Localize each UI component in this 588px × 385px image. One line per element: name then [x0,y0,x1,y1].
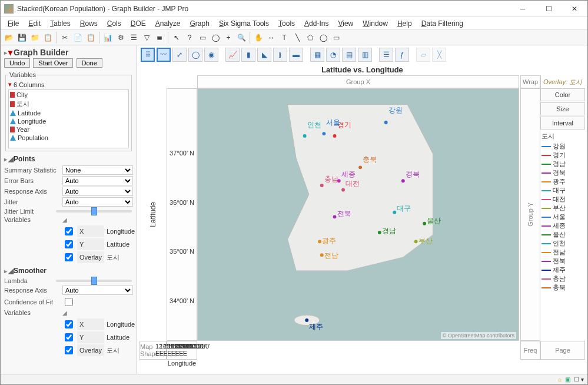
legend-item[interactable]: 경북 [542,168,584,177]
legend-item[interactable]: 인천 [542,239,584,248]
home-icon[interactable]: ⌂ [558,376,562,383]
jitter-limit-slider[interactable] [56,210,132,213]
menu-view[interactable]: View [333,18,358,29]
close-button[interactable]: ✕ [562,1,587,17]
shape-icon[interactable]: ◯ [317,32,329,44]
polygon-icon[interactable]: ⬠ [304,32,316,44]
script-icon[interactable]: ≣ [154,32,165,44]
summary-select[interactable]: None [62,165,133,175]
y-axis[interactable]: 34°00' N35°00' N36°00' N37°00' N [167,88,197,341]
lambda-slider[interactable] [56,280,132,282]
maximize-button[interactable]: ☐ [536,1,562,17]
response-axis-select[interactable]: Auto [62,187,133,196]
menu-data-filtering[interactable]: Data Filtering [417,18,468,29]
legend-item[interactable]: 전북 [542,257,584,265]
menu-analyze[interactable]: Analyze [151,18,185,29]
caption-tool-icon[interactable]: ☰ [379,48,393,62]
legend-item[interactable]: 충남 [542,274,584,283]
points-tool-icon[interactable]: ⠿ [141,48,155,62]
menu-six-sigma-tools[interactable]: Six Sigma Tools [214,18,274,29]
columns-list[interactable]: City도시LatitudeLongitudeYearPopulation [8,89,129,148]
menu-add-ins[interactable]: Add-Ins [300,18,333,29]
error-bars-select[interactable]: Auto [62,176,133,185]
zoom-icon[interactable]: 🔍 [235,32,247,44]
column-Latitude[interactable]: Latitude [10,109,127,117]
menu-tools[interactable]: Tools [274,18,300,29]
legend-item[interactable]: 부산 [542,204,584,213]
column-도시[interactable]: 도시 [10,99,127,109]
column-City[interactable]: City [10,91,127,99]
done-button[interactable]: Done [77,58,102,68]
print-icon[interactable]: 📋 [42,32,54,44]
options-icon[interactable]: ☐ ▾ [574,376,584,383]
ellipse-tool-icon[interactable]: ◯ [188,48,202,62]
legend-item[interactable]: 전남 [542,248,584,257]
boxplot-tool-icon[interactable]: ⫿ [273,48,287,62]
crosshair-icon[interactable]: + [222,32,234,44]
heatmap-tool-icon[interactable]: ▦ [310,48,324,62]
platform-icon[interactable]: ⚙ [115,32,127,44]
legend-item[interactable]: 세종 [542,221,584,230]
legend-item[interactable]: 경기 [542,151,584,160]
legend-item[interactable]: 울산 [542,230,584,239]
menu-cols[interactable]: Cols [102,18,126,29]
project-icon[interactable]: ▣ [565,376,570,383]
var-check-Overlay[interactable] [65,346,73,354]
columns-disclosure-icon[interactable]: ▾ [8,81,12,88]
menu-window[interactable]: Window [358,18,393,29]
menu-rows[interactable]: Rows [75,18,102,29]
funnel-icon[interactable]: ▽ [141,32,152,44]
overlay-dropzone[interactable]: Overlay: 도시 [540,75,585,88]
wrap-dropzone[interactable]: Wrap [520,75,540,88]
undo-button[interactable]: Undo [4,58,30,68]
var-check-Y[interactable] [65,240,73,248]
start-over-button[interactable]: Start Over [33,58,73,68]
arrow-icon[interactable]: ↖ [171,32,182,44]
jitter-select[interactable]: Auto [62,197,133,207]
var-check-Y[interactable] [65,333,73,341]
scroll-icon[interactable]: ↔ [265,32,277,44]
chart-icon[interactable]: 📊 [102,32,114,44]
disclosure-icon[interactable]: ▸ [4,49,7,56]
mosaic-tool-icon[interactable]: ▥ [358,48,372,62]
area-tool-icon[interactable]: ◣ [257,48,271,62]
minimize-button[interactable]: ─ [510,1,536,17]
legend-item[interactable]: 서울 [542,213,584,221]
column-Year[interactable]: Year [10,125,127,134]
cut-icon[interactable]: ✂ [59,32,71,44]
roles-icon[interactable]: ☰ [128,32,139,44]
menu-doe[interactable]: DOE [126,18,151,29]
color-button[interactable]: Color [540,88,585,101]
legend-item[interactable]: 광주 [542,177,584,186]
mapshape-tool-icon[interactable]: ▱ [416,48,430,62]
copy-icon[interactable]: 📄 [72,32,84,44]
menu-tables[interactable]: Tables [45,18,75,29]
brush-icon[interactable]: ▭ [197,32,208,44]
save-icon[interactable]: 💾 [16,32,28,44]
line-tool-icon[interactable]: 📈 [225,48,240,62]
parallel-tool-icon[interactable]: ╳ [432,48,446,62]
treemap-tool-icon[interactable]: ▤ [342,48,356,62]
legend-item[interactable]: 대구 [542,186,584,195]
line-icon[interactable]: ╲ [291,32,303,44]
histogram-tool-icon[interactable]: ▬ [289,48,303,62]
linefit-tool-icon[interactable]: ⤢ [172,48,187,62]
legend-item[interactable]: 경남 [542,160,584,168]
group-y-dropzone[interactable]: Group Y [520,88,540,341]
column-Population[interactable]: Population [10,134,127,142]
freq-dropzone[interactable]: Freq [520,341,540,360]
page-dropzone[interactable]: Page [540,341,585,360]
menu-help[interactable]: Help [393,18,417,29]
interval-button[interactable]: Interval [540,117,585,130]
menu-graph[interactable]: Graph [185,18,214,29]
lasso-icon[interactable]: ◯ [210,32,221,44]
smoother-tool-icon[interactable]: 〰 [157,48,171,62]
hand-icon[interactable]: ✋ [253,32,264,44]
open-icon[interactable]: 📂 [3,32,15,44]
legend-item[interactable]: 충북 [542,283,584,292]
text-icon[interactable]: T [278,32,290,44]
map-plot-area[interactable]: © OpenStreetMap contributors 강원경기서울인천충북충… [197,88,519,341]
formula-tool-icon[interactable]: ƒ [395,48,409,62]
bar-tool-icon[interactable]: ▮ [241,48,255,62]
menu-edit[interactable]: Edit [24,18,45,29]
